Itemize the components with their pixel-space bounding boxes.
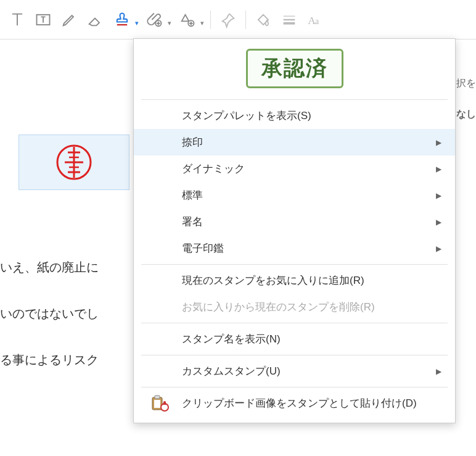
shape-tool-wrap: ▾: [174, 7, 205, 32]
menu-label: クリップボード画像をスタンプとして貼り付け(D): [182, 396, 417, 410]
dropdown-preview-header: 承認済: [134, 39, 455, 97]
dropdown-separator: [141, 387, 448, 388]
menu-label: 電子印鑑: [182, 241, 224, 255]
menu-show-palette[interactable]: スタンプパレットを表示(S): [134, 102, 455, 129]
menu-label: スタンプ名を表示(N): [182, 332, 281, 346]
menu-label: 現在のスタンプをお気に入りに追加(R): [182, 273, 364, 288]
stamp-dropdown-arrow-icon[interactable]: ▾: [135, 19, 139, 27]
stamp-preview[interactable]: [18, 135, 129, 190]
doc-line-3: る事によるリスク: [0, 345, 99, 375]
font-icon: A a: [306, 11, 324, 28]
dropdown-separator: [141, 355, 448, 355]
pin-tool[interactable]: [216, 7, 240, 32]
menu-dynamic[interactable]: ダイナミック ▶: [134, 155, 455, 182]
submenu-arrow-icon: ▶: [436, 367, 441, 376]
textbox-icon: [35, 11, 52, 28]
attach-tool[interactable]: [142, 7, 167, 32]
menu-label: スタンプパレットを表示(S): [182, 109, 311, 123]
dropdown-separator: [141, 264, 448, 265]
menu-label: ダイナミック: [182, 162, 245, 176]
menu-fav-remove: お気に入りから現在のスタンプを削除(R): [134, 294, 455, 320]
submenu-arrow-icon: ▶: [436, 218, 441, 226]
stamp-icon: [113, 11, 131, 28]
doc-line-2: いのではないでし: [0, 299, 99, 328]
lines-icon: [281, 11, 298, 28]
menu-label: 標準: [182, 188, 203, 202]
submenu-arrow-icon: ▶: [436, 138, 441, 147]
doc-line-1: いえ、紙の廃止に: [0, 252, 99, 282]
pencil-tool[interactable]: [57, 7, 81, 32]
menu-label: カスタムスタンプ(U): [182, 364, 281, 378]
dropdown-separator: [141, 323, 448, 323]
menu-eseal[interactable]: 電子印鑑 ▶: [134, 235, 455, 262]
attach-dropdown-arrow-icon[interactable]: ▾: [168, 19, 171, 27]
approved-stamp-preview[interactable]: 承認済: [246, 49, 343, 88]
svg-rect-8: [154, 400, 160, 408]
paperclip-plus-icon: [146, 11, 163, 28]
hanko-seal-icon: [55, 144, 92, 181]
menu-show-name[interactable]: スタンプ名を表示(N): [134, 326, 455, 352]
text-tool[interactable]: [5, 7, 30, 32]
clipboard-stamp-icon: [151, 395, 171, 412]
svg-text:a: a: [315, 17, 319, 26]
submenu-arrow-icon: ▶: [436, 165, 441, 173]
attach-tool-wrap: ▾: [141, 7, 173, 32]
menu-label: お気に入りから現在のスタンプを削除(R): [182, 300, 375, 314]
shape-plus-icon: [179, 11, 196, 28]
pencil-icon: [60, 11, 78, 28]
submenu-arrow-icon: ▶: [436, 191, 441, 200]
stamp-dropdown-menu: 承認済 スタンプパレットを表示(S) 捺印 ▶ ダイナミック ▶ 標準 ▶ 署名…: [133, 38, 456, 423]
stamp-tool-wrap: ▾: [109, 7, 140, 32]
svg-rect-7: [155, 396, 160, 399]
line-weight-tool[interactable]: [277, 7, 302, 32]
textbox-tool[interactable]: [31, 7, 55, 32]
toolbar: ▾ ▾ ▾: [0, 0, 476, 39]
eraser-icon: [86, 11, 104, 28]
dropdown-separator: [141, 99, 448, 100]
menu-clipboard-paste[interactable]: クリップボード画像をスタンプとして貼り付け(D): [134, 390, 455, 417]
shape-annotate-tool[interactable]: [175, 7, 200, 32]
toolbar-divider-2: [245, 10, 246, 29]
menu-fav-add[interactable]: 現在のスタンプをお気に入りに追加(R): [134, 267, 455, 294]
menu-label: 捺印: [182, 135, 203, 149]
toolbar-divider: [210, 10, 211, 29]
font-tool[interactable]: A a: [303, 7, 327, 32]
menu-label: 署名: [182, 215, 203, 229]
menu-seal[interactable]: 捺印 ▶: [134, 129, 455, 155]
eraser-tool[interactable]: [83, 7, 107, 32]
menu-signature[interactable]: 署名 ▶: [134, 209, 455, 235]
fill-tool[interactable]: [251, 7, 276, 32]
bucket-icon: [255, 11, 272, 28]
menu-custom[interactable]: カスタムスタンプ(U) ▶: [134, 358, 455, 384]
menu-standard[interactable]: 標準 ▶: [134, 182, 455, 209]
submenu-arrow-icon: ▶: [436, 244, 441, 253]
shape-dropdown-arrow-icon[interactable]: ▾: [200, 19, 204, 27]
stamp-tool[interactable]: [110, 7, 134, 32]
pin-icon: [220, 11, 237, 28]
text-icon: [9, 11, 26, 28]
